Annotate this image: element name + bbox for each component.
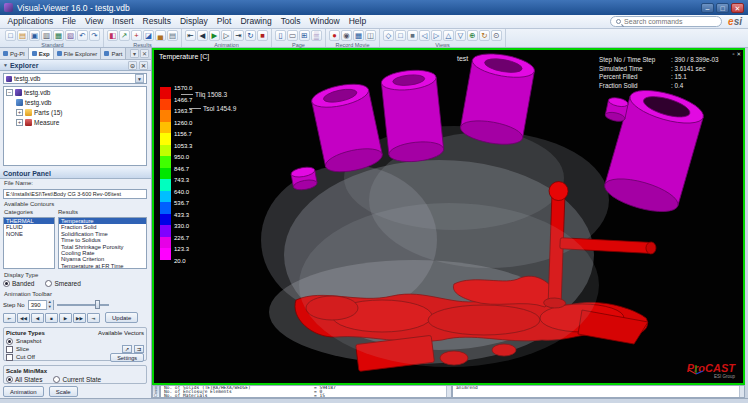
menu-item-plot[interactable]: Plot — [212, 15, 236, 28]
paste-icon[interactable]: ▧ — [65, 30, 76, 41]
chevron-down-icon[interactable]: ▼ — [3, 62, 8, 68]
panel-close-icon[interactable]: ✕ — [140, 49, 149, 58]
redo-icon[interactable]: ↷ — [89, 30, 100, 41]
iso-view-icon[interactable]: ◇ — [383, 30, 394, 41]
fast-forward-icon[interactable]: ▶▶ — [73, 313, 86, 323]
minimize-button[interactable]: – — [701, 3, 714, 13]
radio-banded[interactable]: Banded — [3, 280, 34, 287]
expand-icon[interactable]: + — [16, 109, 23, 116]
tree-item-measure[interactable]: +Measure — [4, 117, 146, 127]
slice-option[interactable]: Slice — [6, 346, 29, 353]
last-step-icon[interactable]: ⇥ — [87, 313, 100, 323]
save-icon[interactable]: ▣ — [29, 30, 40, 41]
menu-item-results[interactable]: Results — [138, 15, 175, 28]
rewind-icon[interactable]: ◀◀ — [17, 313, 30, 323]
menu-item-help[interactable]: Help — [344, 15, 370, 28]
menu-item-display[interactable]: Display — [175, 15, 212, 28]
rotate-view-icon[interactable]: ↻ — [479, 30, 490, 41]
menu-item-file[interactable]: File — [58, 15, 81, 28]
tree-item-testg-vdb[interactable]: testg.vdb — [4, 97, 146, 107]
child-restore-icon[interactable]: ▫ — [732, 51, 734, 57]
stop-icon[interactable]: ■ — [45, 313, 58, 323]
spinner-down-icon[interactable]: ▼ — [46, 305, 53, 310]
prev-frame-icon[interactable]: ◀ — [197, 30, 208, 41]
print-icon[interactable]: ▥ — [41, 30, 52, 41]
radio-current-state[interactable]: Current State — [53, 376, 101, 383]
first-step-icon[interactable]: ⇤ — [3, 313, 16, 323]
maximize-button[interactable]: □ — [716, 3, 729, 13]
cutoff-option[interactable]: Cut Off — [6, 354, 35, 361]
settings-button[interactable]: Settings — [110, 353, 144, 362]
snapshot-option[interactable]: Snapshot — [6, 337, 144, 345]
console-scrollbar[interactable] — [446, 386, 451, 397]
copy-icon[interactable]: ▦ — [53, 30, 64, 41]
page-setup-icon[interactable]: ▭ — [287, 30, 298, 41]
vector-icon[interactable]: ↗ — [119, 30, 130, 41]
step-forward-icon[interactable]: ▶ — [59, 313, 72, 323]
category-item-none[interactable]: NONE — [4, 231, 54, 237]
viewport-3d[interactable]: test ▫ ✕ Temperature [C] 1570.01466.7136… — [152, 48, 745, 385]
right-view-icon[interactable]: ▷ — [431, 30, 442, 41]
tab-pg-pl[interactable]: Pg-Pl — [0, 48, 29, 59]
explorer-close-icon[interactable]: ✕ — [139, 61, 148, 70]
slider-thumb[interactable] — [95, 300, 100, 309]
chart-icon[interactable]: ▄ — [155, 30, 166, 41]
menu-item-insert[interactable]: Insert — [108, 15, 138, 28]
record-icon[interactable]: ● — [329, 30, 340, 41]
close-button[interactable]: ✕ — [731, 3, 744, 13]
new-layout-icon[interactable]: ▯ — [275, 30, 286, 41]
open-icon[interactable]: ▤ — [17, 30, 28, 41]
menu-item-window[interactable]: Window — [305, 15, 344, 28]
console-output-right[interactable]: animrend — [452, 385, 745, 398]
result-item-temperature-at-fr-time[interactable]: Temperature at FR Time — [59, 263, 146, 269]
tree-item-parts-15[interactable]: +Parts (15) — [4, 107, 146, 117]
file-name-field[interactable]: E:\Installs\ESI\Test\Body CG 3-600 Rev-0… — [3, 189, 147, 199]
menu-item-view[interactable]: View — [81, 15, 108, 28]
search-input[interactable] — [624, 18, 710, 25]
step-slider[interactable] — [57, 300, 109, 309]
console-tab[interactable]: Console — [152, 385, 160, 398]
pin-icon[interactable]: ⊙ — [128, 61, 137, 70]
next-frame-icon[interactable]: ▷ — [221, 30, 232, 41]
expand-icon[interactable]: + — [16, 119, 23, 126]
snapshot-icon[interactable]: ◫ — [365, 30, 376, 41]
undo-icon[interactable]: ↶ — [77, 30, 88, 41]
menu-item-tools[interactable]: Tools — [276, 15, 305, 28]
first-frame-icon[interactable]: ⇤ — [185, 30, 196, 41]
zoom-view-icon[interactable]: ⊙ — [491, 30, 502, 41]
categories-list[interactable]: THERMALFLUIDNONE — [3, 217, 55, 269]
camera-icon[interactable]: ◉ — [341, 30, 352, 41]
report-icon[interactable]: ▤ — [167, 30, 178, 41]
stop-frame-icon[interactable]: ■ — [257, 30, 268, 41]
radio-smeared[interactable]: Smeared — [45, 280, 80, 287]
section-icon[interactable]: ◪ — [143, 30, 154, 41]
dataset-combo[interactable]: testg.vdb ▼ — [3, 73, 147, 84]
collapse-icon[interactable]: − — [6, 89, 13, 96]
menu-item-drawing[interactable]: Drawing — [236, 15, 276, 28]
results-list[interactable]: TemperatureFraction SolidSolidification … — [58, 217, 147, 269]
contour-icon[interactable]: ◧ — [107, 30, 118, 41]
bottom-view-icon[interactable]: ▽ — [455, 30, 466, 41]
back-view-icon[interactable]: ■ — [407, 30, 418, 41]
dock-menu-icon[interactable]: ▾ — [130, 49, 139, 58]
play-icon[interactable]: ▶ — [209, 30, 220, 41]
fit-view-icon[interactable]: ⊕ — [467, 30, 478, 41]
combo-arrow-icon[interactable]: ▼ — [135, 74, 144, 83]
front-view-icon[interactable]: □ — [395, 30, 406, 41]
console-scrollbar[interactable] — [739, 386, 744, 397]
tab-exp[interactable]: Exp — [29, 48, 54, 59]
animation-button[interactable]: Animation — [3, 386, 44, 397]
grid-icon[interactable]: ⊞ — [299, 30, 310, 41]
new-page-icon[interactable]: □ — [5, 30, 16, 41]
tab-file-explorer[interactable]: File Explorer — [54, 48, 102, 59]
layers-icon[interactable]: ▒ — [311, 30, 322, 41]
step-spinner[interactable]: 390 ▲▼ — [28, 300, 54, 310]
menu-item-applications[interactable]: Applications — [3, 15, 58, 28]
loop-icon[interactable]: ↻ — [245, 30, 256, 41]
console-output-left[interactable]: No. of Solids (TETRA/HEXA/WEDGE)= 594187… — [160, 385, 452, 398]
tree-item-root[interactable]: − testg.vdb — [4, 87, 146, 97]
left-view-icon[interactable]: ◁ — [419, 30, 430, 41]
search-box[interactable] — [610, 16, 722, 27]
last-frame-icon[interactable]: ⇥ — [233, 30, 244, 41]
tab-part[interactable]: Part — [101, 48, 126, 59]
